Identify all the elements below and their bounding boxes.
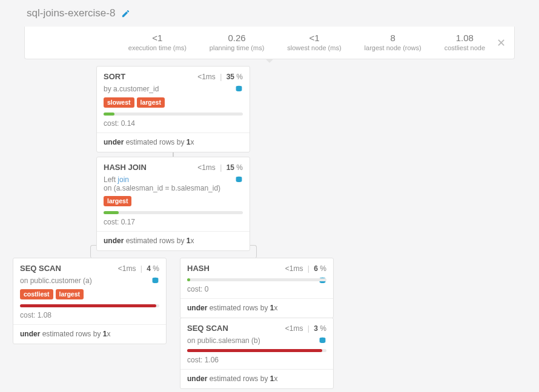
cost-bar [187, 349, 326, 352]
node-tags: slowest largest [97, 97, 250, 113]
cost-bar [104, 113, 243, 116]
node-metrics: <1ms | 35 % [197, 73, 243, 81]
estimate-row: under estimated rows by 1x [97, 132, 250, 152]
node-subtitle: by a.customer_id [104, 85, 159, 93]
node-title: SORT [104, 72, 125, 81]
database-icon[interactable] [151, 276, 159, 286]
estimate-row: under estimated rows by 1x [13, 324, 166, 344]
stat-largest-node: 8 largest node (rows) [365, 33, 422, 51]
node-title: SEQ SCAN [20, 264, 61, 273]
database-icon[interactable] [319, 336, 326, 345]
tag-slowest: slowest [104, 97, 134, 108]
plan-node-sort[interactable]: SORT <1ms | 35 % by a.customer_id slowes… [96, 66, 250, 152]
cost-bar [104, 211, 243, 214]
node-title: HASH JOIN [104, 163, 147, 172]
close-icon[interactable]: ✕ [497, 36, 506, 50]
stat-slowest-node: <1 slowest node (ms) [287, 33, 341, 51]
node-metrics: <1ms | 3 % [285, 324, 326, 333]
node-subtitle: on public.customer (a) [20, 276, 92, 285]
estimate-row: under estimated rows by 1x [180, 369, 333, 388]
plan-node-hashjoin[interactable]: HASH JOIN <1ms | 15 % Left join on (a.sa… [96, 157, 250, 251]
cost-row: cost: 0 [180, 285, 333, 298]
node-subtitle: Left join on (a.salesman_id = b.salesman… [104, 175, 220, 192]
plan-canvas: SORT <1ms | 35 % by a.customer_id slowes… [0, 63, 539, 392]
stats-bar: <1 execution time (ms) 0.26 planning tim… [24, 27, 515, 59]
plan-node-seqscan-customer[interactable]: SEQ SCAN <1ms | 4 % on public.customer (… [13, 258, 167, 344]
tag-costliest: costliest [20, 289, 53, 299]
node-metrics: <1ms | 15 % [197, 163, 243, 172]
node-title: HASH [187, 264, 210, 273]
notch-icon [265, 59, 274, 63]
edit-icon[interactable] [121, 7, 130, 19]
tag-largest: largest [137, 97, 165, 108]
database-icon[interactable] [235, 85, 243, 94]
stat-planning-time: 0.26 planning time (ms) [210, 33, 264, 51]
cost-row: cost: 0.17 [97, 218, 250, 231]
node-tags: costliest largest [13, 289, 166, 304]
stat-exec-time: <1 execution time (ms) [128, 33, 187, 51]
tag-largest: largest [104, 196, 131, 206]
node-tags: largest [97, 196, 250, 211]
svg-marker-0 [265, 59, 274, 63]
plan-node-seqscan-salesman[interactable]: SEQ SCAN <1ms | 3 % on public.salesman (… [180, 318, 334, 389]
estimate-row: under estimated rows by 1x [97, 231, 250, 250]
database-icon[interactable] [235, 175, 243, 185]
cost-bar [20, 304, 159, 307]
node-metrics: <1ms | 4 % [118, 264, 159, 273]
cost-row: cost: 0.14 [97, 119, 250, 132]
plan-node-hash[interactable]: HASH <1ms | 6 % cost: 0 under estimated … [180, 258, 334, 318]
estimate-row: under estimated rows by 1x [180, 298, 333, 318]
page-title: sql-joins-exercise-8 [27, 7, 115, 19]
tag-largest: largest [56, 289, 84, 299]
cost-row: cost: 1.06 [180, 356, 333, 369]
node-metrics: <1ms | 6 % [285, 264, 326, 273]
node-subtitle: on public.salesman (b) [187, 336, 260, 345]
stat-costliest-node: 1.08 costliest node [445, 33, 485, 51]
cost-row: cost: 1.08 [13, 311, 166, 324]
cost-bar [187, 278, 326, 281]
node-title: SEQ SCAN [187, 324, 228, 333]
